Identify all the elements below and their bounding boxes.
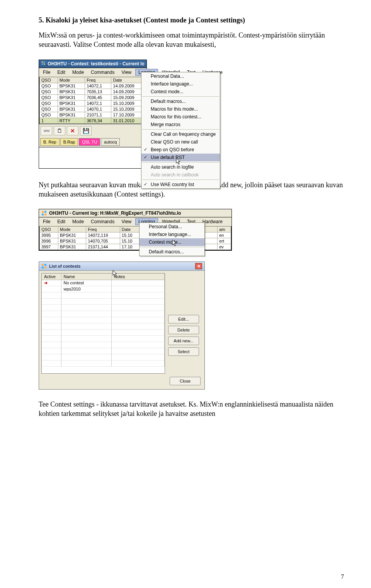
macro-bar: B. Rep B.Rap QSL TU autocq	[39, 137, 146, 147]
col-qso[interactable]: QSO	[40, 227, 58, 232]
cell-active: ➔	[42, 280, 61, 286]
cell: 14072,1	[85, 100, 111, 106]
table-row[interactable]	[42, 354, 165, 360]
menu-view[interactable]: View	[118, 218, 134, 225]
menu-item[interactable]: Use WAE country list	[141, 181, 220, 188]
edit-button[interactable]: Edit...	[168, 315, 199, 323]
col-notes[interactable]: Notes	[111, 273, 165, 280]
menu-item[interactable]: Contest mode...	[141, 88, 220, 96]
menu-edit[interactable]: Edit	[54, 69, 68, 76]
col-date[interactable]: Date	[120, 227, 140, 232]
table-row[interactable]	[42, 292, 165, 298]
menu-item[interactable]: Merge macros	[141, 121, 220, 128]
toolbar-view-button[interactable]: 👓	[41, 126, 52, 135]
table-row[interactable]: QSOBPSK3114070,115.10.2009	[40, 106, 146, 112]
menu-item[interactable]: Clear QSO on new call	[141, 138, 220, 146]
add-new-button[interactable]: Add new...	[168, 337, 199, 345]
col-freq[interactable]: Freq	[86, 227, 120, 232]
table-row[interactable]	[42, 342, 165, 348]
menu-commands[interactable]: Commands	[88, 218, 117, 225]
close-button[interactable]: ✕	[195, 263, 202, 269]
menu-item[interactable]: Contest mode...	[140, 238, 204, 246]
logging-menu[interactable]: Personal Data...Interface language...Con…	[141, 72, 220, 189]
log-table: QSO Mode Freq Date QSOBPSK3114072,114.09…	[39, 77, 146, 124]
col-qso[interactable]: QSO	[40, 77, 58, 83]
menu-item[interactable]: Beep on QSO before	[141, 146, 220, 154]
toolbar: 👓 🗒 ✕ 💾	[39, 124, 146, 137]
cell: 17.10	[120, 244, 140, 250]
col-tail[interactable]: am	[218, 227, 231, 232]
cell: BPSK31	[58, 106, 85, 112]
menubar[interactable]: File Edit Mode Commands View Logging Wat…	[39, 68, 146, 77]
table-row[interactable]	[42, 317, 165, 323]
menu-mode[interactable]: Mode	[69, 218, 87, 225]
macro-brep[interactable]: B. Rep	[40, 138, 60, 146]
table-row[interactable]: ➔No contest	[42, 280, 165, 286]
menu-item[interactable]: Default macros...	[140, 248, 204, 256]
menu-item[interactable]: Use default RST	[141, 154, 220, 161]
cell: QSO	[40, 106, 58, 112]
toolbar-print-button[interactable]: 🗒	[54, 126, 65, 135]
menu-file[interactable]: File	[40, 69, 53, 76]
table-row[interactable]	[42, 348, 165, 354]
menu-item[interactable]: Auto search in logfile	[141, 163, 220, 171]
cell: 21071,144	[86, 244, 120, 250]
col-freq[interactable]: Freq	[85, 77, 111, 83]
cell-active	[42, 286, 61, 292]
logging-menu[interactable]: Personal Data...Interface language...Con…	[139, 222, 205, 256]
cell-name: No contest	[61, 280, 111, 286]
toolbar-delete-button[interactable]: ✕	[67, 126, 78, 135]
col-mode[interactable]: Mode	[58, 77, 85, 83]
menu-item[interactable]: Macros for this contest...	[141, 113, 220, 121]
table-row[interactable]: QSOBPSK317035,1314.09.2009	[40, 89, 146, 94]
table-row[interactable]: QSOBPSK3121071,117.10.2009	[40, 112, 146, 118]
table-row[interactable]: QSOBPSK3114072,114.09.2009	[40, 83, 146, 89]
contest-table[interactable]: Active Name Notes ➔No contestwps2010	[41, 273, 165, 374]
menu-view[interactable]: View	[118, 69, 134, 76]
col-active[interactable]: Active	[42, 273, 61, 280]
cell: 3997	[40, 244, 58, 250]
menu-file[interactable]: File	[40, 218, 53, 225]
macro-brap[interactable]: B.Rap	[60, 138, 78, 146]
table-row[interactable]	[42, 311, 165, 317]
section-heading: 5. Kisaloki ja yleiset kisa-asetukset (C…	[39, 16, 348, 24]
table-row[interactable]: 1RTTY3678,3431.01.2010	[40, 118, 146, 123]
select-button[interactable]: Select	[168, 347, 199, 356]
toolbar-save-button[interactable]: 💾	[80, 126, 92, 135]
menu-edit[interactable]: Edit	[54, 218, 68, 225]
menu-item[interactable]: Personal Data...	[141, 72, 220, 80]
window-title: List of contests	[49, 264, 80, 268]
cell: BPSK31	[58, 100, 85, 106]
col-name[interactable]: Name	[61, 273, 111, 280]
menu-mode[interactable]: Mode	[69, 69, 87, 76]
menu-item[interactable]: Interface language...	[140, 231, 204, 238]
close-button-bottom[interactable]: Close	[170, 377, 201, 385]
table-row[interactable]: QSOBPSK3114072,115.10.2009	[40, 100, 146, 106]
menu-item[interactable]: Default macros...	[141, 97, 220, 105]
table-row[interactable]	[42, 335, 165, 342]
svg-rect-0	[42, 62, 43, 63]
table-row[interactable]	[42, 304, 165, 311]
table-row[interactable]	[42, 323, 165, 329]
cell: QSO	[40, 112, 58, 118]
table-row[interactable]	[42, 298, 165, 304]
cell: ev	[218, 244, 231, 250]
svg-rect-7	[44, 214, 46, 215]
menu-item[interactable]: Personal Data...	[140, 223, 204, 231]
table-row[interactable]	[42, 360, 165, 366]
menu-commands[interactable]: Commands	[88, 69, 117, 76]
cell: RTTY	[58, 118, 85, 123]
delete-button[interactable]: Delete	[168, 326, 199, 334]
macro-qsltu[interactable]: QSL TU	[79, 138, 100, 146]
macro-autocq[interactable]: autocq	[101, 138, 120, 146]
col-mode[interactable]: Mode	[58, 227, 86, 232]
menu-item[interactable]: Clear Call on frequency change	[141, 130, 220, 138]
svg-rect-10	[42, 267, 44, 268]
menu-item[interactable]: Macros for this mode...	[141, 105, 220, 113]
table-row[interactable]	[42, 329, 165, 335]
contest-list-window: List of contests ✕ Active Name Notes ➔No…	[39, 262, 205, 390]
cell: 14070,705	[86, 238, 120, 244]
table-row[interactable]: QSOBPSK317036,4515.09.2009	[40, 94, 146, 100]
menu-item[interactable]: Interface language...	[141, 80, 220, 88]
table-row[interactable]: wps2010	[42, 286, 165, 292]
